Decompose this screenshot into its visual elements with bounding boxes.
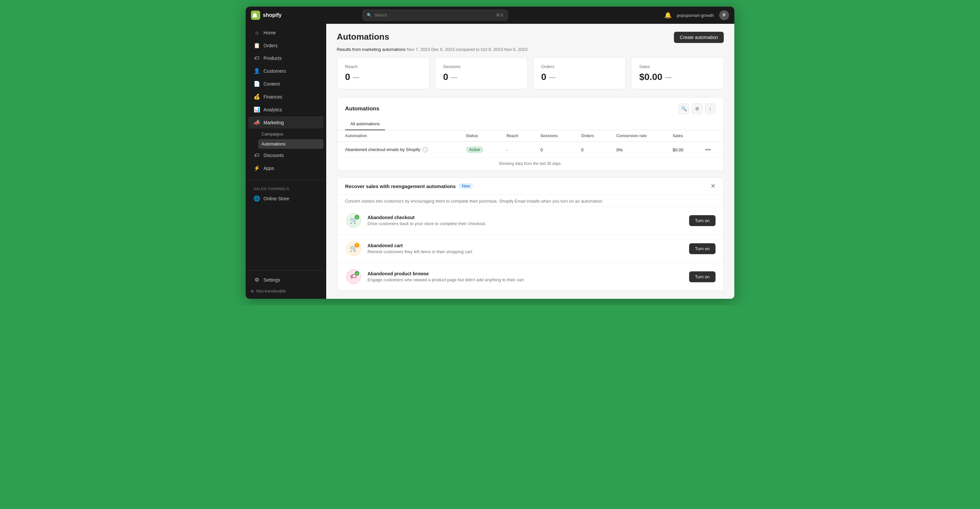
sales-channels-label: Sales channels [246, 183, 326, 192]
automation-row-abandoned-checkout: 🛒 ✓ Abandoned checkout Drive customers b… [337, 206, 724, 235]
sidebar-item-customers[interactable]: 👤 Customers [248, 65, 324, 77]
content-icon: 📄 [254, 81, 260, 87]
sidebar-item-home-label: Home [264, 30, 276, 35]
abandoned-checkout-info: Abandoned checkout Drive customers back … [368, 215, 684, 226]
topbar: shopify 🔍 Search ⌘ K 🔔 popupsmart-growth… [246, 6, 734, 24]
sidebar-item-campaigns[interactable]: Campaigns [258, 129, 324, 139]
sidebar-item-apps-label: Apps [264, 166, 274, 171]
sidebar-item-finances-label: Finances [264, 94, 282, 99]
abandoned-cart-info: Abandoned cart Remind customers they lef… [368, 243, 684, 254]
abandoned-browse-icon: 🏷 ✓ [345, 268, 362, 285]
sidebar-item-discounts[interactable]: 🏷 Discounts [248, 149, 324, 161]
row-conversion: 0% [609, 142, 665, 158]
analytics-icon: 📊 [254, 107, 260, 113]
products-icon: 🏷 [254, 55, 260, 61]
stat-card-sales: Sales $0.00 — [631, 57, 724, 89]
sidebar-item-discounts-label: Discounts [264, 153, 284, 158]
sidebar-item-online-store[interactable]: 🌐 Online Store [248, 192, 324, 204]
col-actions [697, 130, 724, 142]
filter-tool-button[interactable]: ⚙ [692, 104, 702, 114]
sidebar-item-apps[interactable]: ⚡ Apps [248, 162, 324, 174]
sidebar-item-finances[interactable]: 💰 Finances [248, 91, 324, 103]
search-box[interactable]: 🔍 Search ⌘ K [363, 10, 508, 21]
sidebar-item-settings[interactable]: ⚙ Settings [248, 274, 324, 286]
col-reach: Reach [499, 130, 533, 142]
automations-section-title: Automations [345, 105, 379, 112]
recover-title-row: Recover sales with reengagement automati… [345, 183, 473, 189]
col-orders: Orders [573, 130, 609, 142]
stat-value-sales: $0.00 — [639, 72, 716, 82]
tab-all-automations[interactable]: All automations [345, 118, 385, 130]
svg-text:✓: ✓ [356, 272, 358, 275]
sidebar-item-automations[interactable]: Automations [258, 139, 324, 149]
stat-label-orders: Orders [541, 64, 617, 69]
recover-header: Recover sales with reengagement automati… [337, 178, 724, 195]
topbar-search-area: 🔍 Search ⌘ K [363, 10, 508, 21]
user-avatar[interactable]: P [719, 10, 729, 20]
svg-text:✓: ✓ [356, 216, 358, 219]
discounts-icon: 🏷 [254, 152, 260, 158]
table-row: Abandoned checkout emails by Shopify i A… [337, 142, 724, 158]
turn-on-abandoned-checkout-button[interactable]: Turn on [689, 215, 716, 226]
page-header: Automations Create automation [337, 32, 724, 43]
sidebar-item-settings-label: Settings [264, 277, 280, 282]
abandoned-checkout-icon: 🛒 ✓ [345, 212, 362, 229]
apps-icon: ⚡ [254, 165, 260, 171]
marketing-submenu: Campaigns Automations [256, 129, 326, 149]
search-tool-button[interactable]: 🔍 [679, 104, 689, 114]
turn-on-abandoned-browse-button[interactable]: Turn on [689, 271, 716, 282]
sidebar-item-content[interactable]: 📄 Content [248, 78, 324, 90]
customers-icon: 👤 [254, 68, 260, 74]
row-more: ••• [697, 142, 724, 158]
sidebar-item-products-label: Products [264, 56, 282, 61]
sidebar-item-marketing[interactable]: 📣 Marketing [248, 116, 324, 129]
row-automation-name: Abandoned checkout emails by Shopify i [337, 142, 458, 158]
new-badge: New [459, 183, 473, 189]
sidebar-item-analytics-label: Analytics [264, 107, 282, 112]
sidebar: ⌂ Home 📋 Orders 🏷 Products 👤 Customers 📄… [246, 24, 326, 299]
automations-table: Automation Status Reach Sessions Orders … [337, 130, 724, 158]
notification-bell-icon[interactable]: 🔔 [664, 11, 671, 19]
more-options-button[interactable]: ••• [705, 147, 711, 153]
sidebar-item-home[interactable]: ⌂ Home [248, 27, 324, 39]
sidebar-item-campaigns-label: Campaigns [261, 132, 283, 137]
abandoned-checkout-name: Abandoned checkout [368, 215, 684, 220]
topbar-right: 🔔 popupsmart-growth P [664, 10, 729, 20]
stat-label-reach: Reach [345, 64, 421, 69]
recover-description: Convert visitors into customers by encou… [337, 195, 724, 206]
sidebar-item-orders[interactable]: 📋 Orders [248, 39, 324, 51]
row-sales: $0.00 [665, 142, 697, 158]
automation-info-icon[interactable]: i [423, 147, 428, 152]
non-transferable-text: Non-transferable [256, 289, 286, 294]
recover-close-button[interactable]: ✕ [711, 183, 716, 189]
create-automation-button[interactable]: Create automation [674, 32, 724, 43]
sidebar-item-products[interactable]: 🏷 Products [248, 52, 324, 64]
table-footer-note: Showing data from the last 30 days. [337, 158, 724, 171]
sort-tool-button[interactable]: ↕ [705, 104, 716, 114]
stat-value-sessions: 0 — [443, 72, 519, 82]
marketing-icon: 📣 [254, 119, 260, 126]
svg-text:!: ! [356, 244, 357, 247]
shopify-logo-icon [251, 11, 260, 20]
main-content: Automations Create automation Results fr… [326, 24, 734, 299]
abandoned-browse-name: Abandoned product browse [368, 271, 684, 276]
automation-row-abandoned-cart: 🛒 ! Abandoned cart Remind customers they… [337, 235, 724, 262]
non-transferable-label: Non-transferable [246, 286, 326, 296]
turn-on-abandoned-cart-button[interactable]: Turn on [689, 243, 716, 254]
sidebar-item-customers-label: Customers [264, 69, 286, 74]
status-badge: Active [466, 147, 484, 153]
sidebar-item-analytics[interactable]: 📊 Analytics [248, 104, 324, 116]
col-conversion: Conversion rate [609, 130, 665, 142]
table-head: Automation Status Reach Sessions Orders … [337, 130, 724, 142]
sidebar-item-automations-label: Automations [261, 142, 285, 147]
row-status: Active [458, 142, 499, 158]
abandoned-cart-desc: Remind customers they left items in thei… [368, 249, 684, 254]
abandoned-cart-icon: 🛒 ! [345, 240, 362, 257]
stat-value-orders: 0 — [541, 72, 617, 82]
stat-card-sessions: Sessions 0 — [435, 57, 528, 89]
row-orders: 0 [573, 142, 609, 158]
finances-icon: 💰 [254, 94, 260, 100]
row-sessions: 0 [533, 142, 573, 158]
abandoned-browse-desc: Engage customers who viewed a product pa… [368, 277, 684, 282]
page-title: Automations [337, 32, 389, 42]
